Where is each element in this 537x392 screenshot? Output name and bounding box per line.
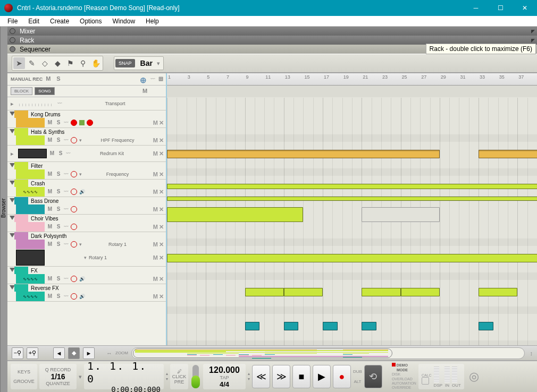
- lane-thumb[interactable]: ∿∿∿∿: [16, 187, 45, 197]
- mute-tool[interactable]: ⚑: [64, 57, 76, 69]
- clip[interactable]: [479, 322, 493, 330]
- track-mx[interactable]: M✕: [153, 254, 164, 261]
- lane-thumb[interactable]: [16, 240, 45, 249]
- clip[interactable]: [167, 197, 537, 201]
- tempo-spinner[interactable]: ▴▾: [248, 371, 250, 381]
- loop-button[interactable]: ⟲: [364, 365, 382, 388]
- track[interactable]: ▸ ╷╷╷╷╷╷╷╷╷╷╷ 〰 Transport: [7, 97, 166, 110]
- track[interactable]: Crash∿∿∿∿ M S 〰 🔊 M✕: [7, 180, 166, 197]
- rec-enable[interactable]: [71, 241, 77, 248]
- menu-options[interactable]: Options: [74, 16, 107, 26]
- solo-button[interactable]: S: [55, 293, 62, 300]
- maximize-button[interactable]: ☐: [488, 0, 513, 16]
- lane[interactable]: [167, 196, 537, 201]
- solo-button[interactable]: S: [55, 206, 62, 212]
- song-overview[interactable]: [131, 347, 525, 359]
- tuner-icon[interactable]: ◎: [466, 365, 482, 388]
- zoom-preset-1[interactable]: ◄: [53, 347, 65, 359]
- automation-icon[interactable]: 〰: [57, 101, 62, 106]
- track[interactable]: Filter M S 〰 ▾Frequency M✕: [7, 162, 166, 180]
- menu-edit[interactable]: Edit: [23, 16, 45, 26]
- song-button[interactable]: SONG: [35, 87, 55, 95]
- mute-button[interactable]: M: [47, 189, 53, 195]
- chevron-right-icon[interactable]: ▸: [11, 100, 16, 107]
- menu-window[interactable]: Window: [107, 16, 140, 26]
- track-mx[interactable]: M✕: [153, 150, 164, 157]
- play-button[interactable]: ▶: [313, 365, 331, 388]
- lane[interactable]: [167, 306, 537, 314]
- mute-button[interactable]: M: [47, 241, 53, 248]
- rec-enable[interactable]: [71, 189, 77, 195]
- clip[interactable]: [167, 184, 537, 189]
- track[interactable]: Reverse FX∿∿∿∿ M S 〰 🔊 M✕: [7, 284, 166, 302]
- mute-button[interactable]: M: [49, 150, 55, 157]
- position-readout[interactable]: 1. 1. 1. 0 0:00:00:000: [84, 364, 164, 389]
- automation-icon[interactable]: 〰: [64, 189, 69, 194]
- dub-alt-labels[interactable]: DUB ALT: [353, 369, 362, 385]
- ruler[interactable]: 1357911131517192123252729313335373941: [167, 73, 537, 86]
- stop-button[interactable]: ■: [292, 365, 311, 388]
- lane[interactable]: [167, 321, 537, 331]
- mute-button[interactable]: M: [47, 206, 53, 212]
- fastfwd-button[interactable]: ≫: [272, 365, 290, 388]
- snap-selector[interactable]: SNAP Bar ▾: [114, 56, 164, 70]
- track-mx[interactable]: M✕: [153, 276, 164, 283]
- lane-thumb[interactable]: [16, 135, 45, 145]
- solo-button[interactable]: S: [55, 120, 62, 126]
- lane-thumb[interactable]: [16, 118, 45, 127]
- automation-icon[interactable]: 〰: [64, 120, 69, 125]
- chevron-down-icon[interactable]: ▾: [79, 373, 82, 380]
- track-mx[interactable]: M✕: [153, 120, 164, 126]
- rec-arm[interactable]: [87, 120, 93, 126]
- clip[interactable]: [362, 322, 376, 330]
- master-mute[interactable]: M: [142, 88, 150, 95]
- grid-icon[interactable]: ⊞: [158, 75, 166, 83]
- record-button[interactable]: ●: [333, 365, 351, 388]
- lane[interactable]: [167, 168, 537, 176]
- mute-button[interactable]: M: [47, 276, 53, 282]
- mute-button[interactable]: M: [47, 224, 53, 230]
- lane[interactable]: [167, 340, 537, 345]
- automation-icon[interactable]: 〰: [64, 138, 69, 143]
- maximize-icon[interactable]: ◤: [531, 29, 535, 34]
- track[interactable]: Dark Polysynth M S 〰 ▾Rotary 1 M✕ ▾ Rota…: [7, 232, 166, 267]
- automation-icon[interactable]: 〰: [64, 224, 69, 229]
- click-level[interactable]: [192, 365, 199, 388]
- solo-button[interactable]: S: [57, 150, 64, 157]
- lane[interactable]: [167, 183, 537, 190]
- automation-icon[interactable]: 〰: [64, 276, 69, 282]
- mute-button[interactable]: M: [47, 137, 53, 143]
- clip[interactable]: [284, 322, 298, 330]
- track-mx[interactable]: M✕: [153, 189, 164, 195]
- clip[interactable]: [362, 207, 440, 222]
- close-button[interactable]: ✕: [513, 0, 537, 16]
- clip[interactable]: [167, 150, 440, 158]
- automation-icon[interactable]: 〰: [64, 242, 69, 247]
- pointer-tool[interactable]: ➤: [13, 57, 25, 69]
- mute-button[interactable]: M: [47, 171, 53, 177]
- chevron-down-icon[interactable]: ▾: [79, 172, 82, 177]
- device-thumb[interactable]: [16, 250, 45, 266]
- solo-button[interactable]: S: [55, 224, 62, 230]
- zoom-vert-icon[interactable]: ↕: [530, 350, 533, 356]
- track-mx[interactable]: M✕: [153, 137, 164, 144]
- solo-button[interactable]: S: [55, 189, 62, 195]
- tempo-box[interactable]: 120.000 TAP 4/4: [203, 364, 246, 389]
- clip[interactable]: [323, 322, 337, 330]
- monitor-toggle[interactable]: [79, 120, 85, 125]
- browser-tab[interactable]: Browser: [0, 27, 7, 392]
- automation-icon[interactable]: 〰: [66, 151, 71, 156]
- device-thumb[interactable]: [18, 149, 47, 158]
- track-mx[interactable]: M✕: [153, 293, 164, 300]
- lane-thumb[interactable]: [16, 222, 45, 232]
- zoom-out-button[interactable]: −⚲: [12, 347, 23, 359]
- zoom-in-button[interactable]: +⚲: [27, 347, 38, 359]
- track[interactable]: Choir Vibes M S 〰 M✕: [7, 215, 166, 232]
- track-mx[interactable]: M✕: [153, 224, 164, 231]
- lane[interactable]: [167, 253, 537, 263]
- track-mx[interactable]: M✕: [153, 171, 164, 178]
- clip[interactable]: [245, 288, 284, 296]
- solo-button[interactable]: S: [55, 171, 62, 177]
- chevron-down-icon[interactable]: ▾: [79, 242, 82, 247]
- track[interactable]: FX∿∿∿∿ M S 〰 🔊 M✕: [7, 267, 166, 284]
